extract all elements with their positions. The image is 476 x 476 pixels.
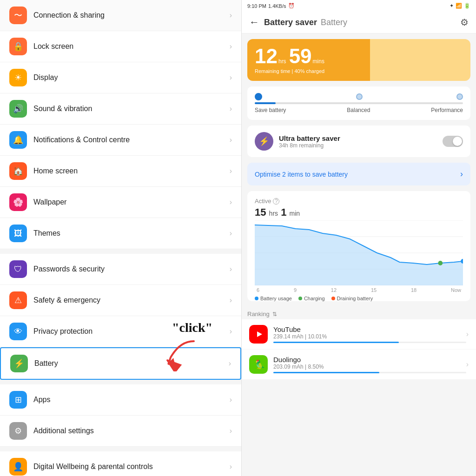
- ultra-text: Ultra battery saver 34h 8m remaining: [279, 134, 443, 149]
- settings-item-homescreen[interactable]: 🏠Home screen›: [0, 156, 241, 187]
- youtube-bar-bg: [273, 342, 466, 343]
- chart-legend: Battery usage Charging Draining battery: [255, 293, 463, 301]
- apps-label: Apps: [33, 396, 230, 404]
- duolingo-info: Duolingo203.09 mAh | 8.50%: [273, 356, 466, 373]
- battery-chevron-icon: ›: [229, 359, 231, 368]
- mode-label-performance[interactable]: Performance: [431, 107, 463, 113]
- settings-item-battery[interactable]: ⚡Battery›"click": [0, 347, 241, 380]
- legend-charging: Charging: [298, 296, 325, 301]
- ranking-label: Ranking: [247, 311, 270, 317]
- settings-item-lockscreen[interactable]: 🔒Lock screen›: [0, 31, 241, 62]
- time-label-6: 6: [257, 287, 259, 293]
- active-mins-unit: min: [290, 210, 300, 217]
- time-label-18: 18: [411, 287, 416, 293]
- settings-item-additional[interactable]: ⚙Additional settings›: [0, 416, 241, 447]
- lightning-icon: ⚡: [259, 136, 269, 146]
- homescreen-label: Home screen: [33, 167, 230, 175]
- additional-label: Additional settings: [33, 427, 230, 435]
- gear-button[interactable]: ⚙: [460, 17, 469, 28]
- ranking-header: Ranking ⇅: [242, 307, 476, 319]
- wellbeing-label: Digital Wellbeing & parental controls: [33, 463, 230, 471]
- settings-item-sound[interactable]: 🔊Sound & vibration›: [0, 93, 241, 125]
- youtube-app-icon: [249, 325, 268, 344]
- battery-icon: ⚡: [10, 355, 28, 372]
- youtube-info: YouTube239.14 mAh | 10.01%: [273, 325, 466, 343]
- privacy-label: Privacy protection: [33, 327, 230, 336]
- passwords-label: Passwords & security: [33, 265, 230, 273]
- settings-item-privacy[interactable]: 👁Privacy protection›: [0, 316, 241, 347]
- connection-icon: 〜: [9, 7, 27, 24]
- wellbeing-icon: 👤: [9, 458, 27, 476]
- mode-label-save[interactable]: Save battery: [255, 107, 286, 113]
- svg-point-5: [438, 261, 443, 265]
- battery-card-left: 12 hrs 59 mins Remaining time | 40% char…: [247, 39, 370, 81]
- back-button[interactable]: ←: [249, 16, 259, 28]
- status-alarm-icon: ⏰: [288, 3, 295, 9]
- mode-dot-balanced[interactable]: [356, 93, 363, 100]
- optimise-chevron-icon: ›: [460, 169, 463, 179]
- remaining-text: Remaining time | 40% charged: [255, 68, 363, 74]
- legend-dot-usage: [255, 297, 258, 300]
- duolingo-app-icon: 🦜: [249, 355, 268, 374]
- battery-time-card: 12 hrs 59 mins Remaining time | 40% char…: [247, 39, 470, 81]
- youtube-bar-fill: [273, 342, 399, 343]
- status-bar: 9:10 PM 1.4KB/s ⏰ ✦ 📶 🔋: [242, 0, 476, 12]
- app-row-duolingo[interactable]: 🦜Duolingo203.09 mAh | 8.50%›: [242, 350, 476, 379]
- passwords-chevron-icon: ›: [230, 265, 232, 273]
- wallpaper-label: Wallpaper: [33, 198, 230, 206]
- bluetooth-icon: ✦: [450, 3, 454, 9]
- settings-item-apps[interactable]: ⊞Apps›: [0, 384, 241, 416]
- themes-chevron-icon: ›: [230, 229, 232, 238]
- toggle-knob: [453, 137, 462, 146]
- status-right: ✦ 📶 🔋: [450, 3, 470, 9]
- info-icon: ?: [273, 198, 279, 205]
- mode-dot-performance[interactable]: [456, 93, 463, 100]
- mode-labels: Save battery Balanced Performance: [255, 107, 463, 113]
- homescreen-icon: 🏠: [9, 162, 27, 180]
- page-subtitle[interactable]: Battery: [321, 18, 347, 27]
- duolingo-name: Duolingo: [273, 356, 466, 364]
- apps-icon: ⊞: [9, 391, 27, 409]
- ultra-battery-saver[interactable]: ⚡ Ultra battery saver 34h 8m remaining: [247, 126, 470, 157]
- mode-label-balanced[interactable]: Balanced: [347, 107, 370, 113]
- legend-label-charging: Charging: [304, 296, 325, 301]
- legend-draining: Draining battery: [331, 296, 373, 301]
- legend-label-usage: Battery usage: [260, 296, 292, 301]
- sound-chevron-icon: ›: [230, 105, 232, 113]
- ultra-subtitle: 34h 8m remaining: [279, 142, 443, 149]
- active-hrs-unit: hrs: [269, 210, 278, 217]
- sound-icon: 🔊: [9, 100, 27, 118]
- active-section: Active ? 15 hrs 1 min: [247, 191, 470, 301]
- settings-item-wellbeing[interactable]: 👤Digital Wellbeing & parental controls›: [0, 451, 241, 476]
- display-icon: ☀: [9, 69, 27, 86]
- youtube-chevron-icon: ›: [466, 330, 469, 338]
- mode-track-fill: [255, 102, 276, 104]
- time-label-12: 12: [331, 287, 337, 293]
- settings-item-themes[interactable]: 🖼Themes›: [0, 218, 241, 249]
- active-mins: 1: [281, 206, 286, 218]
- wallpaper-icon: 🌸: [9, 193, 27, 211]
- time-label-now: Now: [451, 287, 461, 293]
- active-hours: 15: [255, 206, 266, 218]
- optimise-banner[interactable]: Optimise 2 items to save battery ›: [247, 163, 470, 185]
- settings-item-notifications[interactable]: 🔔Notifications & Control centre›: [0, 125, 241, 156]
- battery-card-right: [370, 39, 470, 81]
- notifications-chevron-icon: ›: [230, 136, 232, 144]
- settings-item-display[interactable]: ☀Display›: [0, 62, 241, 93]
- sort-icon[interactable]: ⇅: [272, 311, 277, 317]
- settings-item-connection[interactable]: 〜Connection & sharing›: [0, 0, 241, 31]
- settings-item-passwords[interactable]: 🛡Passwords & security›: [0, 254, 241, 285]
- signal-icon: 📶: [456, 3, 462, 9]
- time-label-15: 15: [371, 287, 377, 293]
- ultra-icon: ⚡: [255, 132, 273, 151]
- app-row-youtube[interactable]: YouTube239.14 mAh | 10.01%›: [242, 319, 476, 349]
- legend-label-draining: Draining battery: [337, 296, 373, 301]
- display-chevron-icon: ›: [230, 73, 232, 82]
- battery-detail-panel: 9:10 PM 1.4KB/s ⏰ ✦ 📶 🔋 ← Battery saver …: [242, 0, 476, 476]
- settings-item-wallpaper[interactable]: 🌸Wallpaper›: [0, 187, 241, 218]
- connection-label: Connection & sharing: [33, 11, 230, 20]
- settings-item-safety[interactable]: ⚠Safety & emergency›: [0, 285, 241, 316]
- mode-dot-save[interactable]: [255, 93, 262, 100]
- mode-track: [255, 102, 463, 104]
- ultra-toggle[interactable]: [443, 136, 463, 147]
